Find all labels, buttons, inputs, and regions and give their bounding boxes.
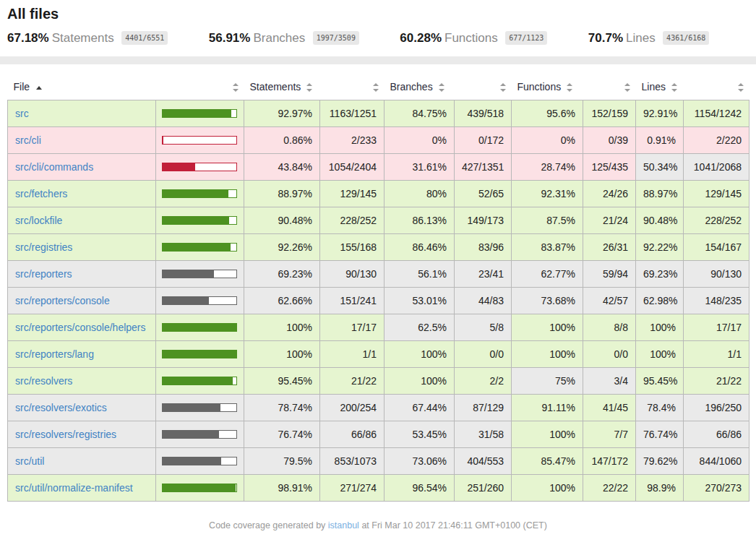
branches-percent-cell: 31.61% — [385, 154, 455, 181]
sort-icon — [232, 83, 239, 92]
functions-ratio-cell: 42/57 — [583, 288, 636, 314]
coverage-bar-fill — [163, 244, 231, 252]
table-row: src/util/normalize-manifest98.91%271/274… — [8, 475, 749, 502]
coverage-bar-fill — [163, 137, 163, 145]
statements-percent-cell: 100% — [244, 341, 320, 368]
file-link[interactable]: src/resolvers/exotics — [15, 402, 107, 413]
table-row: src/resolvers/exotics78.74%200/25467.44%… — [8, 395, 749, 421]
functions-ratio-cell: 7/7 — [583, 421, 636, 448]
column-header-file[interactable]: File — [8, 74, 156, 100]
statements-ratio-cell: 129/145 — [320, 181, 385, 207]
file-link[interactable]: src/reporters/console/helpers — [15, 322, 146, 333]
statements-percent-cell: 69.23% — [244, 261, 320, 288]
table-row: src/util79.5%853/107373.06%404/55385.47%… — [8, 448, 749, 475]
table-header-row: File Statements Branches Functions Lines — [8, 74, 749, 100]
summary-functions: 60.28%Functions 677/1123 — [400, 31, 547, 46]
branches-fraction: 1997/3509 — [313, 31, 359, 45]
sort-icon — [624, 83, 630, 92]
sort-ascending-icon — [36, 86, 42, 90]
table-row: src/reporters/lang100%1/1100%0/0100%0/01… — [8, 341, 749, 368]
file-link[interactable]: src/fetchers — [15, 188, 67, 199]
branches-ratio-cell: 404/553 — [455, 448, 512, 475]
file-cell: src/resolvers/registries — [8, 421, 156, 448]
column-header-lines[interactable]: Lines — [636, 74, 684, 100]
statements-percent-cell: 88.97% — [244, 181, 320, 207]
lines-ratio-cell: 1154/1242 — [684, 100, 749, 127]
summary-branches: 56.91%Branches 1997/3509 — [209, 31, 359, 46]
lines-percent-cell: 0.91% — [636, 127, 684, 154]
sort-icon — [438, 83, 444, 92]
column-header-bar[interactable] — [156, 74, 244, 100]
file-link[interactable]: src/reporters/lang — [15, 348, 94, 360]
functions-percent-cell: 73.68% — [512, 288, 583, 314]
lines-ratio-cell: 148/235 — [684, 288, 749, 314]
lines-ratio-cell: 1041/2068 — [684, 154, 749, 181]
coverage-bar-fill — [163, 351, 236, 358]
file-link[interactable]: src/resolvers/registries — [15, 429, 116, 440]
branches-percent-cell: 73.06% — [385, 448, 455, 475]
summary-statements: 67.18%Statements 4401/6551 — [7, 31, 168, 46]
lines-ratio-cell: 90/130 — [684, 261, 749, 288]
file-link[interactable]: src — [15, 108, 29, 119]
functions-ratio-cell: 147/172 — [583, 448, 636, 475]
file-link[interactable]: src/lockfile — [15, 215, 62, 226]
coverage-bar-cell — [156, 154, 244, 181]
lines-percent-cell: 100% — [636, 314, 684, 341]
column-header-statements[interactable]: Statements — [244, 74, 320, 100]
column-header-lines-ratio[interactable] — [684, 74, 749, 100]
coverage-bar — [162, 270, 237, 278]
functions-ratio-cell: 41/45 — [583, 395, 636, 421]
functions-ratio-cell: 8/8 — [583, 314, 636, 341]
branches-ratio-cell: 427/1351 — [455, 154, 512, 181]
coverage-table: File Statements Branches Functions Lines… — [7, 74, 749, 502]
footer-text-suffix: at Fri Mar 10 2017 21:46:11 GMT+0100 (CE… — [359, 520, 547, 530]
table-row: src/reporters/console/helpers100%17/1762… — [8, 314, 749, 341]
summary-lines: 70.7%Lines 4361/6168 — [588, 31, 709, 46]
file-link[interactable]: src/cli/commands — [15, 161, 93, 173]
file-link[interactable]: src/util/normalize-manifest — [15, 482, 133, 494]
coverage-bar-cell — [156, 475, 244, 502]
table-row: src92.97%1163/125184.75%439/51895.6%152/… — [8, 100, 749, 127]
sort-icon — [566, 83, 572, 92]
branches-percent-cell: 67.44% — [385, 395, 455, 421]
lines-ratio-cell: 2/220 — [684, 127, 749, 154]
file-link[interactable]: src/reporters — [15, 268, 72, 280]
table-row: src/cli/commands43.84%1054/240431.61%427… — [8, 154, 749, 181]
column-header-statements-ratio[interactable] — [320, 74, 385, 100]
table-row: src/lockfile90.48%228/25286.13%149/17387… — [8, 207, 749, 234]
statements-fraction: 4401/6551 — [121, 31, 168, 45]
statements-ratio-cell: 90/130 — [320, 261, 385, 288]
column-header-functions-ratio[interactable] — [583, 74, 636, 100]
file-link[interactable]: src/registries — [15, 241, 72, 253]
branches-ratio-cell: 44/83 — [455, 288, 512, 314]
branches-ratio-cell: 0/0 — [455, 341, 512, 368]
coverage-bar-cell — [156, 368, 244, 395]
functions-ratio-cell: 21/24 — [583, 207, 636, 234]
statements-percent-cell: 0.86% — [244, 127, 320, 154]
lines-percent-cell: 95.45% — [636, 368, 684, 395]
statements-percent-cell: 90.48% — [244, 207, 320, 234]
file-link[interactable]: src/cli — [15, 134, 41, 146]
functions-ratio-cell: 59/94 — [583, 261, 636, 288]
file-cell: src/util — [8, 448, 156, 475]
coverage-bar-fill — [163, 110, 231, 118]
branches-percent-cell: 86.46% — [385, 234, 455, 261]
file-link[interactable]: src/resolvers — [15, 375, 72, 387]
overall-status-line — [0, 56, 756, 64]
file-cell: src/util/normalize-manifest — [8, 475, 156, 502]
lines-percent-cell: 69.23% — [636, 261, 684, 288]
branches-ratio-cell: 31/58 — [455, 421, 512, 448]
file-link[interactable]: src/util — [15, 455, 44, 467]
statements-ratio-cell: 17/17 — [320, 314, 385, 341]
column-header-functions[interactable]: Functions — [512, 74, 583, 100]
column-header-branches[interactable]: Branches — [385, 74, 455, 100]
istanbul-link[interactable]: istanbul — [328, 520, 359, 530]
lines-ratio-cell: 270/273 — [684, 475, 749, 502]
coverage-bar-cell — [156, 207, 244, 234]
statements-ratio-cell: 1163/1251 — [320, 100, 385, 127]
file-link[interactable]: src/reporters/console — [15, 295, 110, 306]
functions-ratio-cell: 125/435 — [583, 154, 636, 181]
table-row: src/resolvers/registries76.74%66/8653.45… — [8, 421, 749, 448]
statements-ratio-cell: 66/86 — [320, 421, 385, 448]
column-header-branches-ratio[interactable] — [455, 74, 512, 100]
